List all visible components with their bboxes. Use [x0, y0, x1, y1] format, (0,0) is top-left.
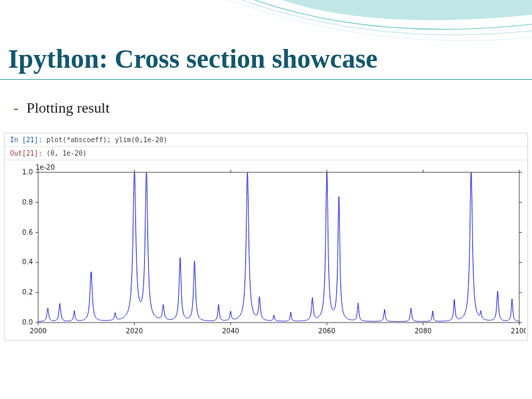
- bullet-text: Plotting result: [27, 99, 110, 116]
- svg-text:2040: 2040: [222, 327, 239, 335]
- bullet-item: - Plotting result: [13, 99, 110, 117]
- svg-text:2080: 2080: [415, 327, 431, 335]
- svg-text:2020: 2020: [126, 327, 143, 335]
- svg-text:2000: 2000: [29, 327, 46, 335]
- svg-text:0.8: 0.8: [22, 198, 33, 206]
- svg-text:0.6: 0.6: [22, 229, 33, 236]
- output-value: (0, 1e-20): [46, 150, 86, 157]
- input-code: plot(*abscoeff); ylim(0,1e-20): [46, 136, 168, 144]
- svg-rect-0: [38, 172, 519, 323]
- matplotlib-plot: 0.00.20.40.60.81.01e-2020002020204020602…: [7, 160, 526, 340]
- title-underline: [0, 79, 532, 80]
- svg-text:1.0: 1.0: [22, 168, 33, 176]
- svg-text:0.2: 0.2: [22, 288, 33, 296]
- svg-text:2100: 2100: [511, 327, 526, 335]
- plot-svg: 0.00.20.40.60.81.01e-2020002020204020602…: [7, 160, 526, 340]
- slide-title: Ipython: Cross section showcase: [8, 43, 378, 74]
- bullet-dash: -: [13, 99, 23, 117]
- ipython-input-cell: In [21]: plot(*abscoeff); ylim(0,1e-20): [5, 133, 527, 147]
- svg-text:0.0: 0.0: [22, 319, 33, 326]
- ipython-output-block: In [21]: plot(*abscoeff); ylim(0,1e-20) …: [4, 133, 528, 341]
- output-prompt: Out[21]:: [10, 150, 42, 157]
- input-prompt: In [21]:: [10, 136, 42, 144]
- svg-text:0.4: 0.4: [22, 258, 33, 266]
- svg-text:2060: 2060: [318, 327, 335, 335]
- slide: Ipython: Cross section showcase - Plotti…: [0, 0, 532, 399]
- ipython-output-cell: Out[21]: (0, 1e-20): [5, 147, 527, 160]
